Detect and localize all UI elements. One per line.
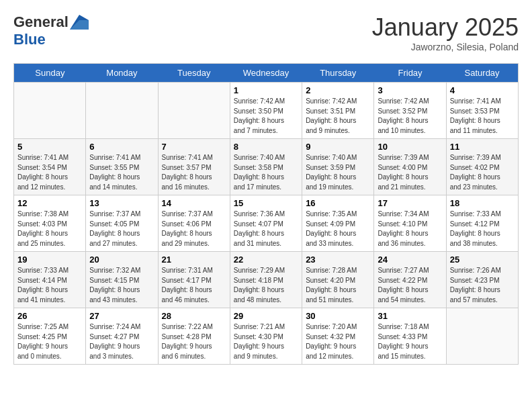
day-header-friday: Friday — [374, 64, 446, 83]
calendar-cell — [86, 83, 158, 139]
calendar-cell: 2Sunrise: 7:42 AM Sunset: 3:51 PM Daylig… — [302, 83, 374, 139]
day-info: Sunrise: 7:42 AM Sunset: 3:51 PM Dayligh… — [306, 97, 370, 136]
calendar-cell: 23Sunrise: 7:28 AM Sunset: 4:20 PM Dayli… — [302, 252, 374, 308]
calendar-table: SundayMondayTuesdayWednesdayThursdayFrid… — [13, 63, 519, 365]
calendar-cell: 16Sunrise: 7:35 AM Sunset: 4:09 PM Dayli… — [302, 195, 374, 252]
calendar-cell: 17Sunrise: 7:34 AM Sunset: 4:10 PM Dayli… — [374, 195, 446, 252]
day-number: 2 — [306, 85, 370, 95]
calendar-cell: 31Sunrise: 7:18 AM Sunset: 4:33 PM Dayli… — [374, 308, 446, 365]
day-info: Sunrise: 7:39 AM Sunset: 4:02 PM Dayligh… — [450, 153, 515, 192]
calendar-cell: 5Sunrise: 7:41 AM Sunset: 3:54 PM Daylig… — [14, 139, 86, 195]
calendar-cell: 7Sunrise: 7:41 AM Sunset: 3:57 PM Daylig… — [158, 139, 230, 195]
calendar-cell: 28Sunrise: 7:22 AM Sunset: 4:28 PM Dayli… — [158, 308, 230, 365]
calendar-week-row: 19Sunrise: 7:33 AM Sunset: 4:14 PM Dayli… — [14, 252, 519, 308]
day-header-monday: Monday — [86, 64, 158, 83]
calendar-week-row: 1Sunrise: 7:42 AM Sunset: 3:50 PM Daylig… — [14, 83, 519, 139]
day-header-wednesday: Wednesday — [230, 64, 302, 83]
day-number: 28 — [162, 311, 226, 321]
calendar-cell: 10Sunrise: 7:39 AM Sunset: 4:00 PM Dayli… — [374, 139, 446, 195]
day-number: 6 — [89, 142, 154, 152]
day-info: Sunrise: 7:24 AM Sunset: 4:27 PM Dayligh… — [89, 322, 154, 361]
day-number: 13 — [89, 198, 154, 208]
day-info: Sunrise: 7:32 AM Sunset: 4:15 PM Dayligh… — [89, 266, 154, 305]
calendar-cell — [14, 83, 86, 139]
calendar-cell: 18Sunrise: 7:33 AM Sunset: 4:12 PM Dayli… — [446, 195, 518, 252]
day-info: Sunrise: 7:42 AM Sunset: 3:50 PM Dayligh… — [234, 97, 298, 136]
calendar-cell: 24Sunrise: 7:27 AM Sunset: 4:22 PM Dayli… — [374, 252, 446, 308]
day-number: 20 — [89, 255, 154, 265]
calendar-week-row: 26Sunrise: 7:25 AM Sunset: 4:25 PM Dayli… — [14, 308, 519, 365]
day-info: Sunrise: 7:40 AM Sunset: 3:59 PM Dayligh… — [306, 153, 370, 192]
day-number: 16 — [306, 198, 370, 208]
calendar-cell — [446, 308, 518, 365]
day-header-thursday: Thursday — [302, 64, 374, 83]
day-number: 1 — [234, 85, 298, 95]
month-title: January 2025 — [372, 13, 519, 42]
day-info: Sunrise: 7:31 AM Sunset: 4:17 PM Dayligh… — [162, 266, 226, 305]
day-info: Sunrise: 7:26 AM Sunset: 4:23 PM Dayligh… — [450, 266, 515, 305]
calendar-cell: 26Sunrise: 7:25 AM Sunset: 4:25 PM Dayli… — [14, 308, 86, 365]
calendar-cell: 30Sunrise: 7:20 AM Sunset: 4:32 PM Dayli… — [302, 308, 374, 365]
calendar-cell: 14Sunrise: 7:37 AM Sunset: 4:06 PM Dayli… — [158, 195, 230, 252]
day-info: Sunrise: 7:22 AM Sunset: 4:28 PM Dayligh… — [162, 322, 226, 361]
day-number: 12 — [17, 198, 82, 208]
day-number: 23 — [306, 255, 370, 265]
day-number: 15 — [234, 198, 298, 208]
calendar-header-row: SundayMondayTuesdayWednesdayThursdayFrid… — [14, 64, 519, 83]
day-info: Sunrise: 7:41 AM Sunset: 3:55 PM Dayligh… — [89, 153, 154, 192]
logo: General Blue — [13, 13, 89, 48]
calendar-cell: 19Sunrise: 7:33 AM Sunset: 4:14 PM Dayli… — [14, 252, 86, 308]
calendar-cell: 22Sunrise: 7:29 AM Sunset: 4:18 PM Dayli… — [230, 252, 302, 308]
day-number: 4 — [450, 85, 515, 95]
calendar-cell: 6Sunrise: 7:41 AM Sunset: 3:55 PM Daylig… — [86, 139, 158, 195]
day-info: Sunrise: 7:37 AM Sunset: 4:06 PM Dayligh… — [162, 210, 226, 248]
day-info: Sunrise: 7:18 AM Sunset: 4:33 PM Dayligh… — [378, 322, 442, 361]
calendar-cell: 12Sunrise: 7:38 AM Sunset: 4:03 PM Dayli… — [14, 195, 86, 252]
calendar-week-row: 5Sunrise: 7:41 AM Sunset: 3:54 PM Daylig… — [14, 139, 519, 195]
day-info: Sunrise: 7:41 AM Sunset: 3:53 PM Dayligh… — [450, 97, 515, 136]
calendar-cell: 29Sunrise: 7:21 AM Sunset: 4:30 PM Dayli… — [230, 308, 302, 365]
day-number: 26 — [17, 311, 82, 321]
day-info: Sunrise: 7:25 AM Sunset: 4:25 PM Dayligh… — [17, 322, 82, 361]
day-info: Sunrise: 7:21 AM Sunset: 4:30 PM Dayligh… — [234, 322, 298, 361]
calendar-cell — [158, 83, 230, 139]
day-info: Sunrise: 7:33 AM Sunset: 4:14 PM Dayligh… — [17, 266, 82, 305]
calendar-cell: 1Sunrise: 7:42 AM Sunset: 3:50 PM Daylig… — [230, 83, 302, 139]
day-info: Sunrise: 7:41 AM Sunset: 3:54 PM Dayligh… — [17, 153, 82, 192]
day-info: Sunrise: 7:29 AM Sunset: 4:18 PM Dayligh… — [234, 266, 298, 305]
day-number: 8 — [234, 142, 298, 152]
calendar-cell: 15Sunrise: 7:36 AM Sunset: 4:07 PM Dayli… — [230, 195, 302, 252]
day-number: 14 — [162, 198, 226, 208]
calendar-cell: 9Sunrise: 7:40 AM Sunset: 3:59 PM Daylig… — [302, 139, 374, 195]
day-number: 3 — [378, 85, 442, 95]
day-info: Sunrise: 7:42 AM Sunset: 3:52 PM Dayligh… — [378, 97, 442, 136]
calendar-cell: 3Sunrise: 7:42 AM Sunset: 3:52 PM Daylig… — [374, 83, 446, 139]
day-number: 11 — [450, 142, 515, 152]
calendar-cell: 4Sunrise: 7:41 AM Sunset: 3:53 PM Daylig… — [446, 83, 518, 139]
day-number: 30 — [306, 311, 370, 321]
day-number: 9 — [306, 142, 370, 152]
day-number: 5 — [17, 142, 82, 152]
day-info: Sunrise: 7:37 AM Sunset: 4:05 PM Dayligh… — [89, 210, 154, 248]
day-header-sunday: Sunday — [14, 64, 86, 83]
calendar-cell: 25Sunrise: 7:26 AM Sunset: 4:23 PM Dayli… — [446, 252, 518, 308]
day-info: Sunrise: 7:20 AM Sunset: 4:32 PM Dayligh… — [306, 322, 370, 361]
day-header-tuesday: Tuesday — [158, 64, 230, 83]
day-number: 22 — [234, 255, 298, 265]
day-number: 21 — [162, 255, 226, 265]
day-number: 29 — [234, 311, 298, 321]
day-number: 10 — [378, 142, 442, 152]
day-number: 18 — [450, 198, 515, 208]
day-info: Sunrise: 7:33 AM Sunset: 4:12 PM Dayligh… — [450, 210, 515, 248]
day-info: Sunrise: 7:28 AM Sunset: 4:20 PM Dayligh… — [306, 266, 370, 305]
day-number: 31 — [378, 311, 442, 321]
day-info: Sunrise: 7:38 AM Sunset: 4:03 PM Dayligh… — [17, 210, 82, 248]
title-area: January 2025 Jaworzno, Silesia, Poland — [372, 13, 519, 52]
logo-general-text: General — [13, 13, 69, 31]
day-number: 7 — [162, 142, 226, 152]
calendar-cell: 11Sunrise: 7:39 AM Sunset: 4:02 PM Dayli… — [446, 139, 518, 195]
day-number: 19 — [17, 255, 82, 265]
location-subtitle: Jaworzno, Silesia, Poland — [372, 42, 519, 52]
day-number: 24 — [378, 255, 442, 265]
page-header: General Blue January 2025 Jaworzno, Sile… — [13, 13, 519, 52]
